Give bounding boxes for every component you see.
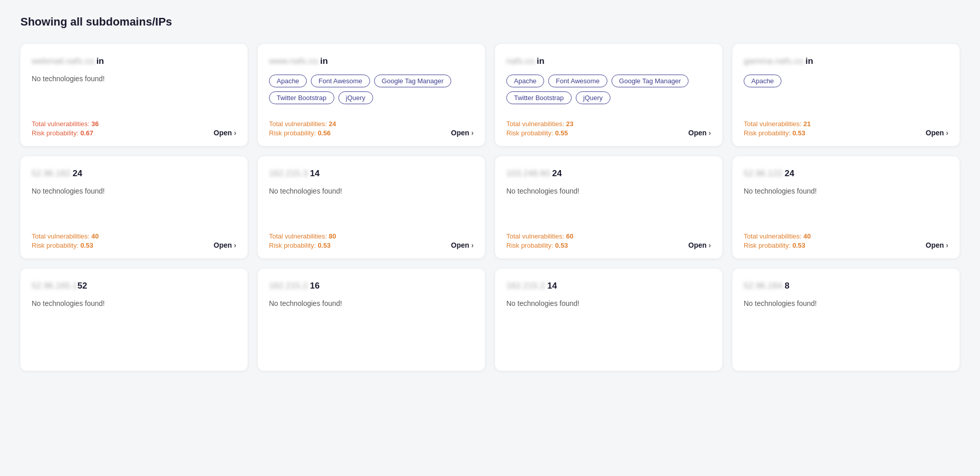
- chevron-right-icon: ›: [946, 129, 948, 137]
- vuln-total-value: 40: [803, 232, 811, 240]
- tech-tag: jQuery: [338, 91, 373, 104]
- vuln-total-label: Total vulnerabilities: 21: [744, 120, 811, 128]
- domain-blurred-part: 162.215.2.: [506, 281, 547, 291]
- domain-blurred-part: 52.96.122.: [744, 169, 785, 179]
- risk-label: Risk probability: 0.53: [32, 242, 99, 249]
- card-9: 52.96.165.152No technologies found!: [20, 269, 248, 371]
- tech-tag: Apache: [506, 75, 544, 87]
- risk-label: Risk probability: 0.53: [506, 242, 574, 249]
- chevron-right-icon: ›: [946, 241, 948, 249]
- card-4: gamma.nafs.co.inApacheTotal vulnerabilit…: [732, 44, 960, 146]
- domain-visible-part: in: [805, 56, 813, 66]
- tech-tag: Font Awesome: [548, 75, 607, 87]
- vuln-total-label: Total vulnerabilities: 40: [744, 232, 811, 240]
- domain-visible-part: 8: [785, 281, 789, 291]
- domain-visible-part: 24: [552, 169, 562, 178]
- vuln-total-value: 60: [566, 232, 573, 240]
- open-button[interactable]: Open ›: [214, 241, 236, 249]
- chevron-right-icon: ›: [471, 241, 474, 249]
- risk-label: Risk probability: 0.53: [744, 242, 811, 249]
- domain-visible-part: in: [537, 56, 545, 66]
- card-11: 162.215.2.14No technologies found!: [495, 269, 722, 371]
- card-5: 52.96.182.24No technologies found!Total …: [20, 156, 248, 258]
- risk-label: Risk probability: 0.53: [744, 129, 811, 137]
- vuln-total-label: Total vulnerabilities: 40: [32, 232, 99, 240]
- open-button[interactable]: Open ›: [451, 129, 474, 137]
- card-title: nafs.co.in: [506, 56, 711, 66]
- card-2: www.nafs.co.inApacheFont AwesomeGoogle T…: [258, 44, 485, 146]
- open-button[interactable]: Open ›: [926, 129, 948, 137]
- card-title: 162.215.2.16: [269, 281, 474, 291]
- tech-tags: ApacheFont AwesomeGoogle Tag ManagerTwit…: [506, 75, 711, 104]
- tech-tag: Font Awesome: [311, 75, 370, 87]
- card-footer: Total vulnerabilities: 40Risk probabilit…: [32, 225, 236, 249]
- card-footer: Total vulnerabilities: 60Risk probabilit…: [506, 225, 711, 249]
- vuln-total-value: 36: [91, 120, 99, 128]
- card-footer: Total vulnerabilities: 23Risk probabilit…: [506, 113, 711, 137]
- vuln-total-value: 24: [329, 120, 336, 128]
- open-label: Open: [214, 241, 232, 249]
- domain-visible-part: in: [96, 56, 104, 66]
- card-title: 162.215.3.14: [269, 169, 474, 179]
- domain-blurred-part: 52.96.184.: [744, 281, 785, 291]
- card-footer: Total vulnerabilities: 40Risk probabilit…: [744, 225, 948, 249]
- risk-value: 0.53: [555, 242, 568, 249]
- risk-value: 0.53: [792, 242, 805, 249]
- card-3: nafs.co.inApacheFont AwesomeGoogle Tag M…: [495, 44, 722, 146]
- no-tech-label: No technologies found!: [506, 187, 711, 206]
- risk-value: 0.53: [792, 129, 805, 137]
- domain-blurred-part: 52.96.182.: [32, 169, 72, 179]
- risk-value: 0.53: [317, 242, 330, 249]
- tech-tag: Google Tag Manager: [374, 75, 451, 87]
- vuln-info: Total vulnerabilities: 60Risk probabilit…: [506, 232, 574, 249]
- card-footer: Total vulnerabilities: 24Risk probabilit…: [269, 113, 474, 137]
- page-title: Showing all subdomains/IPs: [20, 15, 960, 29]
- vuln-total-value: 21: [803, 120, 811, 128]
- vuln-total-label: Total vulnerabilities: 60: [506, 232, 574, 240]
- no-tech-label: No technologies found!: [506, 299, 711, 330]
- tech-tag: Apache: [269, 75, 307, 87]
- no-tech-label: No technologies found!: [269, 299, 474, 330]
- open-label: Open: [926, 241, 944, 249]
- tech-tag: Apache: [744, 75, 781, 87]
- open-button[interactable]: Open ›: [214, 129, 236, 137]
- card-footer: Total vulnerabilities: 36Risk probabilit…: [32, 113, 236, 137]
- domain-visible-part: 24: [72, 169, 82, 178]
- open-label: Open: [926, 129, 944, 137]
- open-button[interactable]: Open ›: [689, 241, 711, 249]
- vuln-total-label: Total vulnerabilities: 23: [506, 120, 574, 128]
- domain-visible-part: 24: [785, 169, 794, 178]
- open-label: Open: [451, 129, 470, 137]
- card-title: webmail.nafs.co.in: [32, 56, 236, 66]
- risk-label: Risk probability: 0.53: [269, 242, 336, 249]
- open-button[interactable]: Open ›: [451, 241, 474, 249]
- vuln-info: Total vulnerabilities: 23Risk probabilit…: [506, 120, 574, 137]
- vuln-total-label: Total vulnerabilities: 24: [269, 120, 336, 128]
- vuln-info: Total vulnerabilities: 24Risk probabilit…: [269, 120, 336, 137]
- domain-blurred-part: 103.248.60.: [506, 169, 552, 179]
- open-button[interactable]: Open ›: [926, 241, 948, 249]
- card-title: 52.96.165.152: [32, 281, 236, 291]
- risk-label: Risk probability: 0.67: [32, 129, 99, 137]
- no-tech-label: No technologies found!: [32, 75, 236, 94]
- tech-tags: ApacheFont AwesomeGoogle Tag ManagerTwit…: [269, 75, 474, 104]
- tech-tag: Twitter Bootstrap: [506, 91, 572, 104]
- open-button[interactable]: Open ›: [689, 129, 711, 137]
- domain-blurred-part: www.nafs.co.: [269, 56, 320, 66]
- chevron-right-icon: ›: [708, 129, 711, 137]
- vuln-total-value: 80: [329, 232, 336, 240]
- vuln-total-label: Total vulnerabilities: 80: [269, 232, 336, 240]
- cards-grid: webmail.nafs.co.inNo technologies found!…: [20, 44, 960, 371]
- vuln-info: Total vulnerabilities: 21Risk probabilit…: [744, 120, 811, 137]
- no-tech-label: No technologies found!: [32, 299, 236, 330]
- card-footer: Total vulnerabilities: 80Risk probabilit…: [269, 225, 474, 249]
- open-label: Open: [689, 129, 707, 137]
- card-6: 162.215.3.14No technologies found!Total …: [258, 156, 485, 258]
- domain-blurred-part: nafs.co.: [506, 56, 537, 66]
- domain-blurred-part: gamma.nafs.co.: [744, 56, 805, 66]
- card-title: gamma.nafs.co.in: [744, 56, 948, 66]
- no-tech-label: No technologies found!: [744, 187, 948, 206]
- card-title: www.nafs.co.in: [269, 56, 474, 66]
- risk-value: 0.55: [555, 129, 568, 137]
- open-label: Open: [214, 129, 232, 137]
